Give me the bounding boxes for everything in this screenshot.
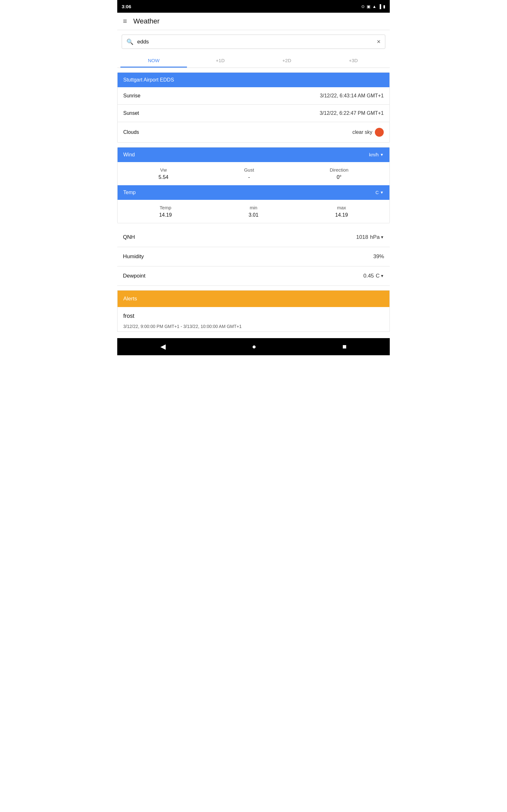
sunset-row: Sunset 3/12/22, 6:22:47 PM GMT+1 <box>118 105 389 122</box>
alerts-header: Alerts <box>118 291 389 307</box>
wind-unit-dropdown-icon: ▼ <box>380 153 384 157</box>
status-bar: 3:06 ⊙ ▣ ▲ ▐ ▮ <box>117 0 390 13</box>
qnh-unit-dropdown-icon: ▼ <box>380 235 384 240</box>
wind-direction-value: 0° <box>330 174 348 180</box>
alert-frost-title: frost <box>123 313 384 319</box>
dewpoint-unit: C <box>376 273 380 279</box>
tab-plus3d[interactable]: +3D <box>320 53 387 67</box>
dewpoint-unit-selector[interactable]: C ▼ <box>376 273 384 279</box>
humidity-label: Humidity <box>123 253 144 260</box>
wind-label: Wind <box>123 152 135 158</box>
alerts-title: Alerts <box>123 296 137 302</box>
temp-max-label: max <box>335 205 348 210</box>
dewpoint-row: Dewpoint 0.45 C ▼ <box>117 266 390 286</box>
wind-vw-label: Vw <box>158 167 168 172</box>
clouds-text: clear sky <box>352 130 372 135</box>
temp-max-value: 14.19 <box>335 212 348 218</box>
clear-search-button[interactable]: × <box>377 38 381 45</box>
search-input[interactable] <box>137 39 377 45</box>
menu-icon[interactable]: ≡ <box>123 17 127 26</box>
temp-col-max: max 14.19 <box>335 205 348 218</box>
sunrise-value: 3/12/22, 6:43:14 AM GMT+1 <box>320 93 384 99</box>
temp-col-min: min 3.01 <box>248 205 258 218</box>
wifi-icon: ▲ <box>372 4 377 9</box>
home-button[interactable]: ● <box>252 343 256 351</box>
recent-apps-button[interactable]: ■ <box>343 343 347 351</box>
sim-icon: ▣ <box>367 4 371 9</box>
temp-unit: C <box>376 190 379 195</box>
back-button[interactable]: ◀ <box>160 343 166 351</box>
wind-table: Vw 5.54 Gust - Direction 0° <box>118 162 389 185</box>
dewpoint-value: 0.45 C ▼ <box>363 273 384 279</box>
alert-content: frost 3/12/22, 9:00:00 PM GMT+1 - 3/13/2… <box>118 307 389 332</box>
qnh-value: 1018 hPa ▼ <box>356 234 384 241</box>
tab-plus2d[interactable]: +2D <box>253 53 320 67</box>
temp-table: Temp 14.19 min 3.01 max 14.19 <box>118 200 389 223</box>
qnh-label: QNH <box>123 234 135 241</box>
signal-icon: ▐ <box>378 4 381 9</box>
temp-header: Temp C ▼ <box>118 185 389 200</box>
location-icon: ⊙ <box>361 4 365 9</box>
temp-unit-dropdown-icon: ▼ <box>380 190 384 195</box>
wind-unit-selector[interactable]: km/h ▼ <box>369 152 384 157</box>
sunrise-row: Sunrise 3/12/22, 6:43:14 AM GMT+1 <box>118 87 389 105</box>
qnh-number: 1018 <box>356 234 368 241</box>
wind-vw-value: 5.54 <box>158 174 168 180</box>
wind-header: Wind km/h ▼ <box>118 148 389 162</box>
wind-card: Wind km/h ▼ Vw 5.54 Gust - Direction 0° … <box>117 147 390 223</box>
humidity-value: 39% <box>373 253 384 260</box>
alerts-section: Alerts frost 3/12/22, 9:00:00 PM GMT+1 -… <box>117 290 390 332</box>
qnh-unit-selector[interactable]: hPa ▼ <box>370 234 384 241</box>
main-content: Stuttgart Airport EDDS Sunrise 3/12/22, … <box>117 72 390 332</box>
location-header: Stuttgart Airport EDDS <box>118 72 389 87</box>
status-time: 3:06 <box>122 4 131 9</box>
sunset-value: 3/12/22, 6:22:47 PM GMT+1 <box>320 110 384 116</box>
tabs-bar: NOW +1D +2D +3D <box>117 53 390 68</box>
temp-temp-label: Temp <box>159 205 172 210</box>
temp-col-temp: Temp 14.19 <box>159 205 172 218</box>
wind-col-direction: Direction 0° <box>330 167 348 180</box>
sunrise-label: Sunrise <box>123 93 140 99</box>
temp-label: Temp <box>123 190 135 195</box>
wind-gust-value: - <box>244 174 254 180</box>
wind-unit: km/h <box>369 152 379 157</box>
location-card: Stuttgart Airport EDDS Sunrise 3/12/22, … <box>117 72 390 143</box>
wind-gust-label: Gust <box>244 167 254 172</box>
location-title: Stuttgart Airport EDDS <box>123 77 174 83</box>
dewpoint-number: 0.45 <box>363 273 374 279</box>
app-bar: ≡ Weather <box>117 13 390 30</box>
clouds-label: Clouds <box>123 130 139 135</box>
dewpoint-unit-dropdown-icon: ▼ <box>380 274 384 278</box>
search-bar: 🔍 × <box>122 35 385 49</box>
humidity-row: Humidity 39% <box>117 247 390 266</box>
sunset-label: Sunset <box>123 110 139 116</box>
tab-plus1d[interactable]: +1D <box>187 53 253 67</box>
cloud-dot-icon <box>375 128 384 137</box>
temp-temp-value: 14.19 <box>159 212 172 218</box>
qnh-unit: hPa <box>370 234 380 241</box>
wind-col-gust: Gust - <box>244 167 254 180</box>
wind-direction-label: Direction <box>330 167 348 172</box>
clouds-value: clear sky <box>352 128 384 137</box>
dewpoint-label: Dewpoint <box>123 273 146 279</box>
temp-min-label: min <box>248 205 258 210</box>
tab-now[interactable]: NOW <box>120 53 187 67</box>
clouds-row: Clouds clear sky <box>118 122 389 142</box>
bottom-nav: ◀ ● ■ <box>117 338 390 355</box>
qnh-row: QNH 1018 hPa ▼ <box>117 228 390 247</box>
alert-frost-time: 3/12/22, 9:00:00 PM GMT+1 - 3/13/22, 10:… <box>123 324 384 329</box>
wind-col-vw: Vw 5.54 <box>158 167 168 180</box>
battery-icon: ▮ <box>383 4 385 9</box>
temp-min-value: 3.01 <box>248 212 258 218</box>
search-icon: 🔍 <box>126 38 133 45</box>
page-title: Weather <box>133 17 160 26</box>
status-icons: ⊙ ▣ ▲ ▐ ▮ <box>361 4 385 9</box>
temp-unit-selector[interactable]: C ▼ <box>376 190 384 195</box>
